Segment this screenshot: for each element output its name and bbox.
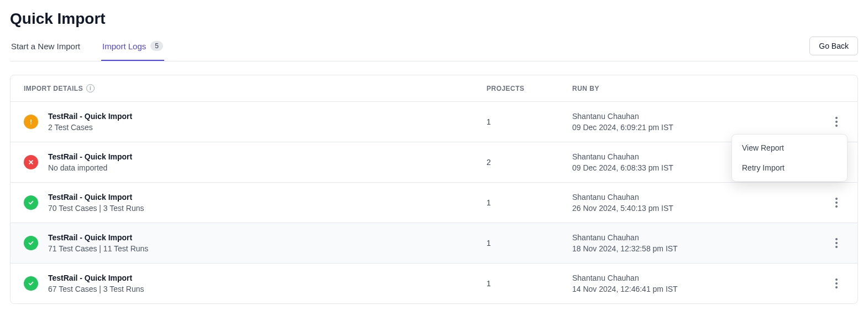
import-title: TestRail - Quick Import [48, 233, 148, 242]
tab-label: Import Logs [102, 42, 146, 51]
import-title: TestRail - Quick Import [48, 112, 132, 121]
runby-timestamp: 14 Nov 2024, 12:46:41 pm IST [572, 285, 804, 293]
column-header-runby: RUN BY [572, 85, 804, 92]
tab-import-logs[interactable]: Import Logs 5 [101, 35, 164, 61]
runby-user: Shantanu Chauhan [572, 233, 804, 242]
table-row: TestRail - Quick Import71 Test Cases | 1… [11, 223, 857, 263]
runby-timestamp: 26 Nov 2024, 5:40:13 pm IST [572, 204, 804, 213]
import-title: TestRail - Quick Import [48, 152, 132, 161]
info-icon[interactable]: i [86, 84, 95, 92]
kebab-icon [835, 117, 838, 127]
projects-count: 1 [487, 239, 572, 247]
import-subtitle: 67 Test Cases | 3 Test Runs [48, 285, 144, 293]
row-actions-dropdown: View ReportRetry Import [731, 134, 848, 182]
success-status-icon [24, 236, 38, 250]
projects-count: 1 [487, 198, 572, 207]
kebab-icon [835, 198, 838, 208]
tab-row: Start a New Import Import Logs 5 Go Back [10, 35, 858, 61]
kebab-icon [835, 238, 838, 248]
column-header-details: IMPORT DETAILS [24, 85, 83, 92]
success-status-icon [24, 276, 38, 291]
view-report-item[interactable]: View Report [732, 138, 847, 158]
page-title: Quick Import [10, 10, 858, 28]
projects-count: 1 [487, 117, 572, 126]
import-title: TestRail - Quick Import [48, 193, 144, 202]
table-header: IMPORT DETAILS i PROJECTS RUN BY [11, 75, 857, 101]
tab-start-new-import[interactable]: Start a New Import [10, 35, 81, 61]
projects-count: 1 [487, 279, 572, 288]
table-row: TestRail - Quick Import70 Test Cases | 3… [11, 182, 857, 223]
warning-status-icon [24, 115, 38, 129]
row-actions-menu-button[interactable] [829, 114, 844, 130]
runby-timestamp: 18 Nov 2024, 12:32:58 pm IST [572, 244, 804, 253]
import-subtitle: 70 Test Cases | 3 Test Runs [48, 204, 144, 213]
table-row: TestRail - Quick ImportNo data imported2… [11, 142, 857, 182]
import-subtitle: 2 Test Cases [48, 123, 132, 132]
runby-user: Shantanu Chauhan [572, 193, 804, 202]
success-status-icon [24, 195, 38, 210]
row-actions-menu-button[interactable] [829, 235, 844, 251]
row-actions-menu-button[interactable] [829, 195, 844, 210]
table-row: TestRail - Quick Import2 Test Cases1Shan… [11, 101, 857, 142]
runby-timestamp: 09 Dec 2024, 6:09:21 pm IST [572, 123, 804, 132]
projects-count: 2 [487, 158, 572, 167]
column-header-projects: PROJECTS [487, 85, 572, 92]
import-logs-table: IMPORT DETAILS i PROJECTS RUN BY TestRai… [10, 75, 858, 304]
table-row: TestRail - Quick Import67 Test Cases | 3… [11, 263, 857, 303]
tab-count-badge: 5 [150, 41, 163, 51]
import-subtitle: No data imported [48, 163, 132, 172]
import-subtitle: 71 Test Cases | 11 Test Runs [48, 244, 148, 253]
row-actions-menu-button[interactable] [829, 276, 844, 291]
retry-import-item[interactable]: Retry Import [732, 158, 847, 178]
runby-user: Shantanu Chauhan [572, 112, 804, 121]
error-status-icon [24, 155, 38, 169]
kebab-icon [835, 278, 838, 288]
tab-label: Start a New Import [11, 42, 80, 51]
svg-point-1 [30, 123, 32, 125]
runby-user: Shantanu Chauhan [572, 273, 804, 282]
import-title: TestRail - Quick Import [48, 273, 144, 282]
go-back-button[interactable]: Go Back [809, 37, 858, 55]
